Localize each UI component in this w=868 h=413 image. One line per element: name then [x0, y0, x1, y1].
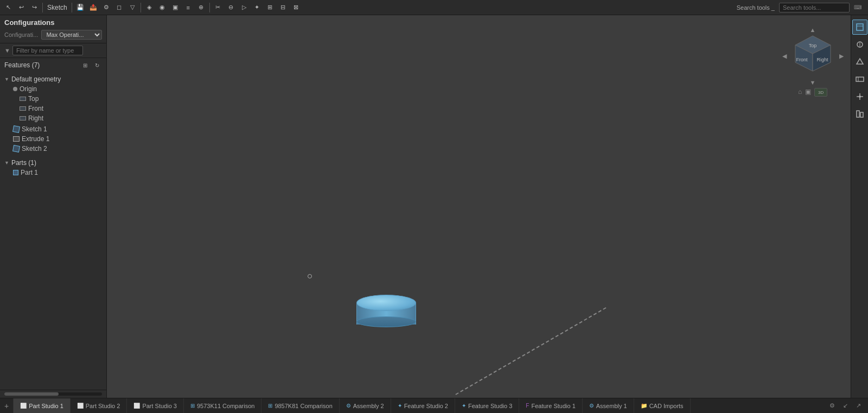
- tab-feature-studio-2[interactable]: ✦ Feature Studio 2: [391, 398, 455, 413]
- bottom-tab-actions: ⚙ ↙ ↗: [822, 398, 868, 413]
- toolbar-icon-9[interactable]: ≡: [182, 2, 194, 14]
- features-expand-btn[interactable]: ⊞: [80, 60, 90, 70]
- toolbar-save-icon[interactable]: 💾: [74, 2, 86, 14]
- right-panel-icon-1[interactable]: [852, 20, 867, 35]
- sketch1-item[interactable]: Sketch 1: [0, 124, 106, 134]
- parts-header[interactable]: ▼ Parts (1): [0, 158, 106, 168]
- tab-assembly-2[interactable]: ⚙ Assembly 2: [340, 398, 391, 413]
- sketch1-icon: [12, 125, 20, 133]
- origin-item[interactable]: Origin: [0, 84, 106, 94]
- tab-settings-icon[interactable]: ⚙: [827, 401, 838, 411]
- right-panel-icon-5[interactable]: [852, 89, 867, 104]
- svg-text:Right: Right: [816, 57, 828, 62]
- toolbar-icon-6[interactable]: ◈: [143, 2, 155, 14]
- extrude1-item[interactable]: Extrude 1: [0, 134, 106, 144]
- part1-item[interactable]: Part 1: [0, 168, 106, 177]
- toolbar-icon-7[interactable]: ◉: [156, 2, 168, 14]
- tab-part-studio-3[interactable]: ⬜ Part Studio 3: [127, 398, 184, 413]
- toolbar-icon-17[interactable]: ⊠: [290, 2, 302, 14]
- toolbar-icon-10[interactable]: ⊕: [195, 2, 207, 14]
- horizontal-scrollbar[interactable]: [4, 392, 102, 396]
- top-plane-item[interactable]: Top: [0, 94, 106, 104]
- keyboard-shortcut-icon[interactable]: ⌨: [852, 2, 864, 14]
- tab-expand-icon[interactable]: ↗: [853, 401, 864, 411]
- default-geometry-section: ▼ Default geometry Origin Top Front Righ…: [0, 73, 106, 124]
- tab-assembly-1[interactable]: ⚙ Assembly 1: [583, 398, 634, 413]
- toolbar-icon-5[interactable]: ▽: [126, 2, 138, 14]
- add-tab-btn[interactable]: +: [0, 398, 14, 413]
- features-label: Features (7): [4, 61, 78, 69]
- toolbar-pointer-icon[interactable]: ↖: [2, 2, 14, 14]
- default-geometry-header[interactable]: ▼ Default geometry: [0, 74, 106, 84]
- right-panel-icon-4[interactable]: [852, 72, 867, 87]
- tab-comparison-2-label: 9857K81 Comparison: [275, 403, 332, 409]
- toolbar-icon-12[interactable]: ⊖: [225, 2, 237, 14]
- origin-label: Origin: [20, 85, 37, 93]
- search-input[interactable]: [779, 3, 850, 12]
- svg-rect-16: [857, 111, 859, 117]
- tab-part-studio-1[interactable]: ⬜ Part Studio 1: [14, 398, 71, 413]
- extrude1-label: Extrude 1: [22, 135, 49, 143]
- top-label: Top: [28, 95, 39, 103]
- nav-chevron-top[interactable]: ▲: [810, 27, 816, 33]
- toolbar-undo-icon[interactable]: ↩: [15, 2, 27, 14]
- svg-text:Top: Top: [808, 43, 816, 48]
- nav-perspective-toggle[interactable]: 3D: [814, 88, 827, 97]
- nav-chevron-left[interactable]: ◀: [782, 53, 787, 60]
- toolbar-icon-16[interactable]: ⊟: [277, 2, 289, 14]
- toolbar-icon-14[interactable]: ✦: [251, 2, 263, 14]
- right-plane-item[interactable]: Right: [0, 113, 106, 123]
- tab-feature-studio-4[interactable]: F Feature Studio 1: [519, 398, 582, 413]
- nav-chevron-bottom[interactable]: ▼: [810, 79, 816, 86]
- right-panel-icon-6[interactable]: [852, 106, 867, 122]
- features-refresh-btn[interactable]: ↻: [92, 60, 102, 70]
- config-key: Configurati...: [4, 31, 38, 38]
- toolbar-export-icon[interactable]: 📤: [87, 2, 99, 14]
- nav-ortho-icon[interactable]: ▣: [805, 88, 811, 97]
- nav-chevron-right[interactable]: ▶: [839, 53, 844, 60]
- filter-input[interactable]: [12, 46, 83, 55]
- section-arrow: ▼: [4, 77, 9, 82]
- feature-studio-3-icon: ✦: [462, 403, 466, 409]
- svg-text:Front: Front: [796, 57, 808, 62]
- toolbar-icon-15[interactable]: ⊞: [264, 2, 276, 14]
- svg-rect-17: [860, 112, 863, 117]
- feature-studio-4-icon: F: [526, 403, 529, 409]
- right-panel-icon-3[interactable]: [852, 54, 867, 69]
- sketch2-label: Sketch 2: [22, 145, 47, 153]
- configurations-panel: Configurations Configurati... Max Operat…: [0, 15, 106, 43]
- tab-comparison-1-label: 9573K11 Comparison: [197, 403, 254, 409]
- top-plane-icon: [20, 97, 26, 101]
- scrollbar-thumb[interactable]: [4, 392, 59, 396]
- 3d-viewport[interactable]: ▲ ▼ ◀ ▶ Top Front Right ⌂: [107, 15, 851, 398]
- config-value-select[interactable]: Max Operati...: [41, 30, 102, 40]
- tab-comparison-1[interactable]: ⊞ 9573K11 Comparison: [184, 398, 261, 413]
- view-cube: ▲ ▼ ◀ ▶ Top Front Right: [790, 33, 836, 79]
- configurations-label: Configurations: [4, 18, 102, 27]
- nav-cube-container: ▲ ▼ ◀ ▶ Top Front Right ⌂: [780, 21, 845, 97]
- tab-feature-studio-4-label: Feature Studio 1: [531, 403, 575, 409]
- sketch-mode-label[interactable]: Sketch: [45, 4, 69, 11]
- toolbar-icon-11[interactable]: ✂: [212, 2, 224, 14]
- nav-home-icon[interactable]: ⌂: [798, 88, 802, 97]
- toolbar-sep-4: [209, 3, 210, 12]
- front-plane-item[interactable]: Front: [0, 104, 106, 113]
- tab-cad-imports[interactable]: 📁 CAD Imports: [634, 398, 691, 413]
- toolbar-icon-3[interactable]: ⚙: [100, 2, 112, 14]
- tab-comparison-2[interactable]: ⊞ 9857K81 Comparison: [261, 398, 339, 413]
- toolbar-redo-icon[interactable]: ↪: [28, 2, 40, 14]
- tab-minimize-icon[interactable]: ↙: [840, 401, 851, 411]
- toolbar-sep-2: [72, 3, 72, 12]
- toolbar-icon-8[interactable]: ▣: [169, 2, 181, 14]
- config-row: Configurati... Max Operati...: [4, 30, 102, 40]
- nav-bottom-controls: ⌂ ▣ 3D: [780, 88, 845, 97]
- sketch1-label: Sketch 1: [22, 125, 47, 133]
- toolbar-icon-13[interactable]: ▷: [238, 2, 250, 14]
- toolbar-icon-4[interactable]: ◻: [113, 2, 125, 14]
- tab-part-studio-2[interactable]: ⬜ Part Studio 2: [71, 398, 127, 413]
- tab-assembly-2-label: Assembly 2: [353, 403, 384, 409]
- right-panel-icon-2[interactable]: [852, 37, 867, 52]
- sketch2-item[interactable]: Sketch 2: [0, 144, 106, 154]
- tab-feature-studio-3[interactable]: ✦ Feature Studio 3: [455, 398, 519, 413]
- part1-icon: [13, 170, 18, 175]
